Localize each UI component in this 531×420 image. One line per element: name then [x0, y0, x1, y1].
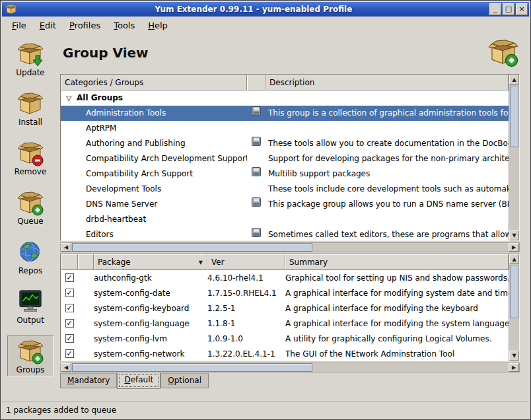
package-version: 1.3.22.0.EL.4.1-1 — [207, 349, 285, 359]
group-description: Support for developing packages for the … — [266, 151, 509, 166]
package-version: 1.1.8-1 — [207, 319, 285, 328]
scrollbar-thumb[interactable] — [72, 243, 312, 252]
tab-default[interactable]: Default — [117, 372, 160, 389]
arrow-right-icon: ▶ — [512, 244, 516, 250]
statusbar-text: 1 packages added to queue — [6, 405, 116, 415]
close-button[interactable]: × — [516, 3, 528, 15]
group-row[interactable]: Compatibility Arch Development SupportSu… — [61, 151, 509, 166]
sidebar-item-output[interactable]: Output — [7, 286, 53, 327]
scrollbar-thumb[interactable] — [72, 363, 312, 372]
scroll-down-button[interactable]: ▼ — [509, 351, 519, 361]
scrollbar-track[interactable] — [71, 243, 509, 252]
installed-disk-icon — [252, 166, 261, 182]
groups-table-header: Categories / Groups Description — [61, 75, 509, 90]
window-title: Yum Extender 0.99.11 - yum-enabled Profi… — [19, 5, 488, 14]
installed-disk-icon — [252, 106, 261, 121]
package-checkbox[interactable]: ✓ — [65, 319, 74, 328]
scrollbar-track[interactable] — [71, 363, 509, 372]
scrollbar-thumb[interactable] — [510, 265, 518, 318]
group-row[interactable]: Authoring and PublishingThese tools allo… — [61, 136, 509, 151]
scroll-up-button[interactable]: ▲ — [509, 254, 519, 264]
group-row[interactable]: Administration ToolsThis group is a coll… — [61, 106, 509, 121]
package-row[interactable]: ✓system-config-language1.1.8-1A graphica… — [61, 316, 509, 331]
package-version: 4.6.10-rhel4.1 — [207, 273, 285, 283]
sidebar-item-update[interactable]: Update — [7, 38, 53, 79]
scrollbar-track[interactable] — [509, 264, 519, 351]
sidebar-item-label: Queue — [17, 217, 43, 226]
group-row[interactable]: AptRPM — [61, 121, 509, 136]
close-icon: × — [518, 5, 524, 13]
groups-vertical-scrollbar[interactable]: ▲ ▼ — [509, 75, 519, 240]
group-name: Development Tools — [61, 182, 247, 197]
expander-open-icon[interactable]: ▽ — [66, 90, 77, 106]
menu-help[interactable]: Help — [142, 18, 174, 33]
scrollbar-thumb[interactable] — [510, 86, 518, 147]
package-row[interactable]: ✓system-config-network1.3.22.0.EL.4.1-1T… — [61, 346, 509, 361]
main-header: Group View — [60, 34, 520, 74]
menu-tools[interactable]: Tools — [108, 18, 141, 33]
groups-panel: Categories / Groups Description ▽All Gro… — [60, 74, 520, 241]
scroll-up-button[interactable]: ▲ — [509, 75, 519, 85]
scrollbar-track[interactable] — [509, 85, 519, 230]
sidebar-item-groups[interactable]: Groups — [7, 335, 53, 376]
group-name: AptRPM — [61, 121, 247, 136]
group-row[interactable]: DNS Name ServerThis package group allows… — [61, 197, 509, 212]
menu-edit[interactable]: Edit — [34, 18, 62, 33]
column-header-checkbox[interactable] — [61, 254, 78, 270]
group-row-all-groups[interactable]: ▽All Groups — [61, 90, 509, 106]
arrow-up-icon: ▲ — [512, 256, 516, 262]
column-header-summary[interactable]: Summary — [285, 254, 509, 270]
sidebar-item-repos[interactable]: Repos — [7, 236, 53, 277]
package-checkbox[interactable]: ✓ — [65, 349, 74, 358]
group-row[interactable]: drbd-heartbeat — [61, 212, 509, 227]
scroll-left-button[interactable]: ◀ — [61, 363, 71, 372]
scroll-right-button[interactable]: ▶ — [509, 363, 519, 372]
packages-vertical-scrollbar[interactable]: ▲ ▼ — [509, 254, 519, 361]
group-row[interactable]: EditorsSometimes called text editors, th… — [61, 227, 509, 240]
package-checkbox[interactable]: ✓ — [65, 304, 74, 312]
package-checkbox[interactable]: ✓ — [65, 334, 74, 343]
column-header-status-icon[interactable] — [247, 75, 266, 90]
package-checkbox[interactable]: ✓ — [65, 273, 74, 282]
package-checkbox[interactable]: ✓ — [65, 289, 74, 297]
tab-mandatory[interactable]: Mandatory — [60, 373, 117, 388]
sidebar-item-label: Install — [18, 118, 42, 127]
package-type-tabs: MandatoryDefaultOptional — [60, 373, 520, 392]
scroll-down-button[interactable]: ▼ — [509, 230, 519, 240]
groups-horizontal-scrollbar[interactable]: ◀ ▶ — [60, 242, 520, 252]
package-row[interactable]: ✓system-config-keyboard1.2.5-1A graphica… — [61, 300, 509, 316]
column-header-icon[interactable] — [78, 254, 94, 270]
scroll-right-button[interactable]: ▶ — [509, 243, 519, 252]
sidebar-item-queue[interactable]: Queue — [7, 187, 53, 228]
group-row[interactable]: Development ToolsThese tools include cor… — [61, 182, 509, 197]
column-header-description[interactable]: Description — [266, 75, 509, 90]
package-name: authconfig-gtk — [94, 273, 207, 283]
package-remove-icon — [16, 140, 45, 166]
group-description: Multilib support packages — [266, 166, 509, 182]
group-description: These tools allow you to create document… — [266, 136, 509, 151]
sidebar-item-install[interactable]: Install — [7, 88, 53, 129]
package-row[interactable]: ✓system-config-lvm1.0.9-1.0A utility for… — [61, 331, 509, 346]
menu-file[interactable]: File — [6, 18, 32, 33]
package-row[interactable]: ✓authconfig-gtk4.6.10-rhel4.1Graphical t… — [61, 270, 509, 285]
group-description: These tools include core development too… — [266, 182, 509, 197]
group-row[interactable]: Compatibility Arch SupportMultilib suppo… — [61, 166, 509, 182]
group-name: Editors — [61, 227, 247, 240]
titlebar[interactable]: Yum Extender 0.99.11 - yum-enabled Profi… — [2, 2, 529, 17]
column-header-package[interactable]: Package ▼ — [94, 254, 207, 270]
menu-profiles[interactable]: Profiles — [63, 18, 106, 33]
scroll-left-button[interactable]: ◀ — [61, 243, 71, 252]
arrow-down-icon: ▼ — [512, 232, 516, 238]
packages-horizontal-scrollbar[interactable]: ◀ ▶ — [60, 363, 520, 372]
arrow-left-icon: ◀ — [64, 365, 68, 370]
groups-tree: ▽All GroupsAdministration ToolsThis grou… — [61, 90, 509, 240]
sidebar-item-remove[interactable]: Remove — [7, 137, 53, 178]
column-header-categories[interactable]: Categories / Groups — [61, 75, 247, 90]
tab-optional[interactable]: Optional — [160, 373, 209, 388]
group-name: Authoring and Publishing — [61, 136, 247, 151]
package-row[interactable]: ✓system-config-date1.7.15-0.RHEL4.1A gra… — [61, 285, 509, 300]
column-header-ver[interactable]: Ver — [207, 254, 285, 270]
maximize-button[interactable]: □ — [503, 3, 514, 15]
minimize-button[interactable]: _ — [489, 3, 501, 15]
arrow-down-icon: ▼ — [512, 353, 516, 359]
